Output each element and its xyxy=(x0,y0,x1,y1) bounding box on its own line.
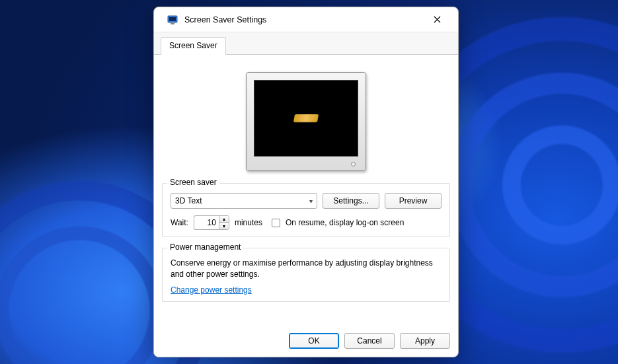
screensaver-select[interactable]: 3D Text ▾ xyxy=(171,193,317,209)
power-management-text: Conserve energy or maximise performance … xyxy=(171,258,442,280)
tab-strip: Screen Saver xyxy=(154,32,458,55)
monitor-screen xyxy=(254,80,358,157)
wait-spin-up[interactable]: ▲ xyxy=(219,216,229,223)
close-icon xyxy=(434,16,441,23)
titlebar: Screen Saver Settings xyxy=(154,7,458,32)
monitor-preview xyxy=(246,72,366,171)
wait-spinner: ▲ ▼ xyxy=(194,215,229,230)
app-icon xyxy=(167,15,178,25)
dialog-button-row: OK Cancel Apply xyxy=(154,326,458,357)
wait-spin-down[interactable]: ▼ xyxy=(219,223,229,229)
screensaver-preview-graphic xyxy=(293,114,319,122)
screen-saver-settings-dialog: Screen Saver Settings Screen Saver Scree… xyxy=(153,7,459,357)
svg-rect-1 xyxy=(169,17,176,21)
wait-input[interactable] xyxy=(194,215,219,230)
dialog-content: Screen saver 3D Text ▾ Settings... Previ… xyxy=(154,55,458,326)
window-title: Screen Saver Settings xyxy=(184,15,424,24)
power-management-group: Power management Conserve energy or maxi… xyxy=(162,248,450,302)
screensaver-group-title: Screen saver xyxy=(167,178,219,187)
close-button[interactable] xyxy=(424,10,450,30)
ok-button[interactable]: OK xyxy=(289,333,339,349)
monitor-led-icon xyxy=(351,162,356,166)
resume-checkbox-label: On resume, display log-on screen xyxy=(286,218,404,227)
screensaver-group: Screen saver 3D Text ▾ Settings... Previ… xyxy=(162,183,450,237)
screensaver-select-value: 3D Text xyxy=(175,196,202,205)
chevron-down-icon: ▾ xyxy=(309,198,313,205)
preview-area xyxy=(162,60,450,179)
wait-label: Wait: xyxy=(171,218,188,227)
preview-button[interactable]: Preview xyxy=(385,193,442,209)
tab-screen-saver[interactable]: Screen Saver xyxy=(161,37,226,55)
change-power-settings-link[interactable]: Change power settings xyxy=(171,285,252,295)
power-management-title: Power management xyxy=(167,242,243,252)
resume-checkbox[interactable] xyxy=(272,219,280,227)
settings-button[interactable]: Settings... xyxy=(323,193,379,209)
apply-button[interactable]: Apply xyxy=(400,333,450,349)
wait-unit: minutes xyxy=(235,218,262,227)
cancel-button[interactable]: Cancel xyxy=(344,333,395,349)
svg-rect-2 xyxy=(171,23,174,24)
